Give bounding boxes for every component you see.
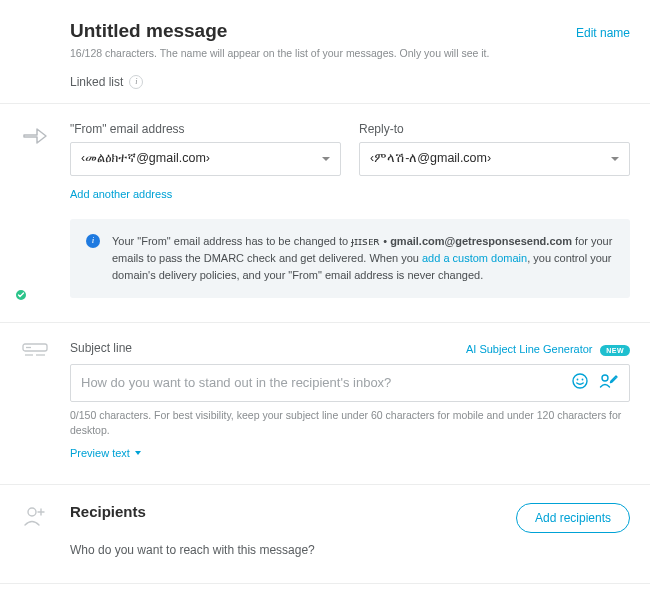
ai-subject-generator-link[interactable]: AI Subject Line Generator	[466, 343, 593, 355]
svg-point-6	[582, 379, 584, 381]
svg-point-5	[577, 379, 579, 381]
subject-hint: 0/150 characters. For best visibility, k…	[70, 408, 630, 437]
subject-label: Subject line	[70, 341, 132, 355]
reply-to-label: Reply-to	[359, 122, 630, 136]
recipients-desc: Who do you want to reach with this messa…	[70, 541, 630, 559]
dmarc-notice: i Your "From" email address has to be ch…	[70, 219, 630, 298]
from-label: "From" email address	[70, 122, 341, 136]
check-icon	[14, 288, 28, 302]
subject-input[interactable]	[81, 375, 561, 390]
reply-to-select[interactable]: ‹ምላሽ-ለ@gmail.com›	[359, 142, 630, 176]
add-recipients-button[interactable]: Add recipients	[516, 503, 630, 533]
edit-name-link[interactable]: Edit name	[576, 26, 630, 40]
linked-list-label: Linked list	[70, 75, 123, 89]
from-email-value: ‹መልዕክተኛ@gmail.com›	[81, 151, 210, 166]
personalize-icon[interactable]	[599, 372, 619, 393]
reply-to-value: ‹ምላሽ-ለ@gmail.com›	[370, 151, 491, 166]
svg-point-4	[573, 374, 587, 388]
svg-point-8	[28, 508, 36, 516]
new-badge: NEW	[600, 345, 630, 356]
info-icon[interactable]: i	[129, 75, 143, 89]
svg-point-7	[602, 375, 608, 381]
add-custom-domain-link[interactable]: add a custom domain	[422, 252, 527, 264]
preview-text-toggle[interactable]: Preview text	[70, 447, 141, 459]
subject-section-icon	[22, 343, 48, 357]
recipients-title: Recipients	[70, 503, 146, 520]
message-title: Untitled message	[70, 20, 227, 42]
from-email-select[interactable]: ‹መልዕክተኛ@gmail.com›	[70, 142, 341, 176]
emoji-icon[interactable]	[571, 372, 589, 393]
add-another-address-link[interactable]: Add another address	[70, 188, 172, 200]
notice-info-icon: i	[86, 234, 100, 248]
title-hint: 16/128 characters. The name will appear …	[70, 46, 630, 61]
recipients-section-icon	[22, 505, 48, 527]
from-section-icon	[22, 124, 48, 298]
